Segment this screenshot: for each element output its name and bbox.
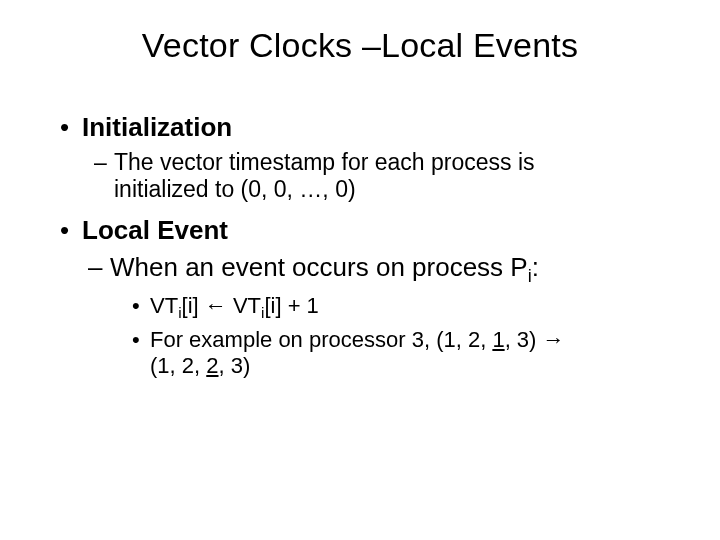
vt-2: VT xyxy=(227,293,261,318)
text-line-1: The vector timestamp for each process is xyxy=(114,149,535,175)
bullet-local-event: Local Event xyxy=(60,215,670,246)
sub-sub-bullet-example: For example on processor 3, (1, 2, 1, 3)… xyxy=(132,327,670,379)
slide-body: Initialization The vector timestamp for … xyxy=(60,112,670,383)
example-b: , 3) xyxy=(505,327,543,352)
left-arrow-icon: ← xyxy=(205,293,227,318)
slide-title: Vector Clocks –Local Events xyxy=(0,26,720,65)
example-d: , 3) xyxy=(219,353,251,378)
text-line-2: initialized to (0, 0, …, 0) xyxy=(114,176,356,202)
underline-2: 2 xyxy=(206,353,218,378)
bullet-initialization: Initialization xyxy=(60,112,670,143)
example-a: For example on processor 3, (1, 2, xyxy=(150,327,492,352)
example-c: (1, 2, xyxy=(150,353,206,378)
vt-1: VT xyxy=(150,293,178,318)
bracket-1: [i] xyxy=(182,293,205,318)
right-arrow-icon: → xyxy=(543,327,565,352)
sub-bullet-init-desc: The vector timestamp for each process is… xyxy=(94,149,670,203)
slide: { "title": "Vector Clocks –Local Events"… xyxy=(0,0,720,540)
underline-1: 1 xyxy=(492,327,504,352)
bracket-2: [i] + 1 xyxy=(264,293,318,318)
text-colon: : xyxy=(532,252,539,282)
sub-bullet-event-desc: When an event occurs on process Pi: xyxy=(88,252,670,288)
sub-sub-bullet-formula: VTi[i] ← VTi[i] + 1 xyxy=(132,293,670,323)
text-when: When an event occurs on process P xyxy=(110,252,528,282)
